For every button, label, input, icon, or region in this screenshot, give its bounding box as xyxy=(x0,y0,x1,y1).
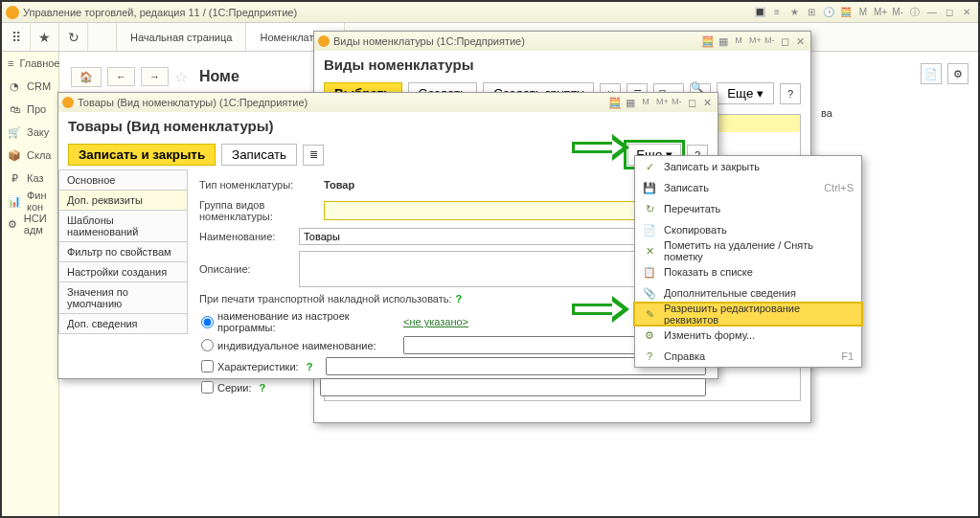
check-characteristics[interactable] xyxy=(201,360,214,372)
dropdown-item[interactable]: 💾ЗаписатьCtrl+S xyxy=(635,177,861,198)
check1-label: Характеристики: xyxy=(217,361,299,372)
sys-icon[interactable]: 🔳 xyxy=(752,5,767,20)
menu-item-text: Перечитать xyxy=(664,203,846,214)
sys-icon[interactable]: ≡ xyxy=(769,5,785,20)
dlg2-max[interactable]: ◻ xyxy=(685,97,698,109)
radio1-link[interactable]: <не указано> xyxy=(403,316,468,327)
history-icon[interactable]: ↻ xyxy=(59,23,88,51)
rs-btn1[interactable]: 📄 xyxy=(921,63,942,84)
m-minus-button[interactable]: M- xyxy=(890,5,905,20)
sys-icon[interactable]: ★ xyxy=(786,5,802,20)
menu-item-shortcut: Ctrl+S xyxy=(824,182,854,193)
menu-props[interactable]: Доп. реквизиты xyxy=(58,191,188,211)
dlg1-max[interactable]: ◻ xyxy=(778,35,791,48)
star-outline-icon[interactable]: ☆ xyxy=(174,68,188,86)
menu-item-text: Пометить на удаление / Снять пометку xyxy=(664,239,846,262)
back-button[interactable]: ← xyxy=(107,67,135,86)
sidebar-pro[interactable]: 🛍Про xyxy=(2,98,58,121)
dropdown-item[interactable]: ?СправкаF1 xyxy=(635,346,861,367)
menu-templates[interactable]: Шаблоны наименований xyxy=(58,211,188,242)
menu-item-text: Справка xyxy=(664,350,833,362)
menu-item-text: Изменить форму... xyxy=(664,329,846,341)
menu-create-settings[interactable]: Настройки создания xyxy=(58,262,188,282)
app-icon xyxy=(62,97,74,108)
rs-btn2[interactable]: ⚙ xyxy=(947,63,969,84)
dlg1-close[interactable]: ✕ xyxy=(793,35,807,48)
maximize-icon[interactable]: ◻ xyxy=(942,5,957,20)
save-close-button[interactable]: Записать и закрыть xyxy=(68,144,216,166)
dropdown-item[interactable]: ✕Пометить на удаление / Снять пометку xyxy=(635,240,861,261)
apps-icon[interactable]: ⠿ xyxy=(2,23,31,51)
tab-home[interactable]: Начальная страница xyxy=(117,23,246,51)
m-minus-button[interactable]: M- xyxy=(670,97,683,109)
series-input[interactable] xyxy=(320,378,706,396)
m-plus-button[interactable]: M+ xyxy=(747,35,761,48)
menu-item-text: Показать в списке xyxy=(664,266,846,278)
dropdown-item[interactable]: 📋Показать в списке xyxy=(635,261,861,282)
dropdown-item[interactable]: ✓Записать и закрыть xyxy=(635,156,861,177)
help-button[interactable]: ? xyxy=(780,83,801,104)
dropdown-item[interactable]: ✎Разрешить редактирование реквизитов xyxy=(635,304,861,325)
dlg2-left-menu: Основное Доп. реквизиты Шаблоны наименов… xyxy=(58,169,188,403)
help-icon[interactable]: ? xyxy=(456,293,463,304)
menu-item-icon: 💾 xyxy=(643,182,656,194)
dropdown-item[interactable]: 📎Дополнительные сведения xyxy=(635,282,861,304)
dlg2-sys[interactable]: 🧮 xyxy=(608,97,622,109)
menu-item-icon: 📄 xyxy=(643,224,656,236)
menu-item-icon: ✕ xyxy=(643,245,656,258)
fwd-button[interactable]: → xyxy=(141,67,169,86)
menu-defaults[interactable]: Значения по умолчанию xyxy=(58,282,188,314)
dlg2-sys[interactable]: ▦ xyxy=(624,97,637,109)
dropdown-item[interactable]: ⚙Изменить форму... xyxy=(635,325,861,346)
sidebar-main[interactable]: ≡Главное xyxy=(2,52,58,75)
info-icon[interactable]: ⓘ xyxy=(907,5,923,20)
page-heading: Номе xyxy=(199,68,239,85)
dlg2-titlebar: Товары (Вид номенклатуры) (1С:Предприяти… xyxy=(58,93,718,112)
type-label: Тип номенклатуры: xyxy=(199,179,324,191)
m-plus-button[interactable]: M+ xyxy=(873,5,888,20)
sys-icon[interactable]: 🕓 xyxy=(821,5,836,20)
menu-filter[interactable]: Фильтр по свойствам xyxy=(58,242,188,262)
add-icon[interactable] xyxy=(88,23,117,51)
sidebar-fin[interactable]: 📊Фин кон xyxy=(2,190,58,213)
dlg1-sys[interactable]: 🧮 xyxy=(701,35,715,48)
dropdown-item[interactable]: ↻Перечитать xyxy=(635,198,861,219)
sidebar-kaz[interactable]: ₽Каз xyxy=(2,167,58,190)
arrow-indicator-2 xyxy=(572,296,629,323)
app-titlebar: Управление торговлей, редакция 11 / (1С:… xyxy=(2,2,978,23)
menu-item-text: Разрешить редактирование реквизитов xyxy=(664,303,846,326)
m-button[interactable]: M xyxy=(732,35,745,48)
minimize-icon[interactable]: — xyxy=(924,5,940,20)
help-icon[interactable]: ? xyxy=(260,382,266,394)
sidebar-skl[interactable]: 📦Скла xyxy=(2,144,58,167)
more-button[interactable]: Еще ▾ xyxy=(717,82,774,104)
aba-text: ва xyxy=(821,107,832,119)
menu-basic[interactable]: Основное xyxy=(58,169,188,191)
m-button[interactable]: M xyxy=(639,97,652,109)
m-button[interactable]: M xyxy=(855,5,871,20)
menu-item-icon: ⚙ xyxy=(643,329,656,342)
sidebar-crm[interactable]: ◔CRM xyxy=(2,75,58,98)
radio-program[interactable] xyxy=(201,316,214,328)
help-icon[interactable]: ? xyxy=(307,361,313,372)
dlg2-close[interactable]: ✕ xyxy=(700,97,714,109)
sidebar-zak[interactable]: 🛒Заку xyxy=(2,121,58,144)
sys-icon[interactable]: 🧮 xyxy=(838,5,854,20)
sidebar-nsi[interactable]: ⚙НСИ адм xyxy=(2,213,58,236)
app-icon xyxy=(318,35,330,47)
m-plus-button[interactable]: M+ xyxy=(654,97,668,109)
close-icon[interactable]: ✕ xyxy=(959,5,974,20)
menu-extra[interactable]: Доп. сведения xyxy=(58,314,188,334)
dlg1-sys[interactable]: ▦ xyxy=(717,35,730,48)
star-icon[interactable]: ★ xyxy=(31,23,59,51)
home-button[interactable]: 🏠 xyxy=(71,67,102,87)
radio-individual[interactable] xyxy=(201,339,214,351)
m-minus-button[interactable]: M- xyxy=(763,35,776,48)
check-series[interactable] xyxy=(201,381,214,394)
save-button[interactable]: Записать xyxy=(221,144,297,166)
report-btn[interactable]: ≣ xyxy=(303,145,324,166)
sys-icon[interactable]: ⊞ xyxy=(804,5,819,20)
left-sidebar: ≡Главное ◔CRM 🛍Про 🛒Заку 📦Скла ₽Каз 📊Фин… xyxy=(2,52,59,516)
print-section-label: При печати транспортной накладной исполь… xyxy=(199,293,706,304)
dropdown-item[interactable]: 📄Скопировать xyxy=(635,219,861,240)
